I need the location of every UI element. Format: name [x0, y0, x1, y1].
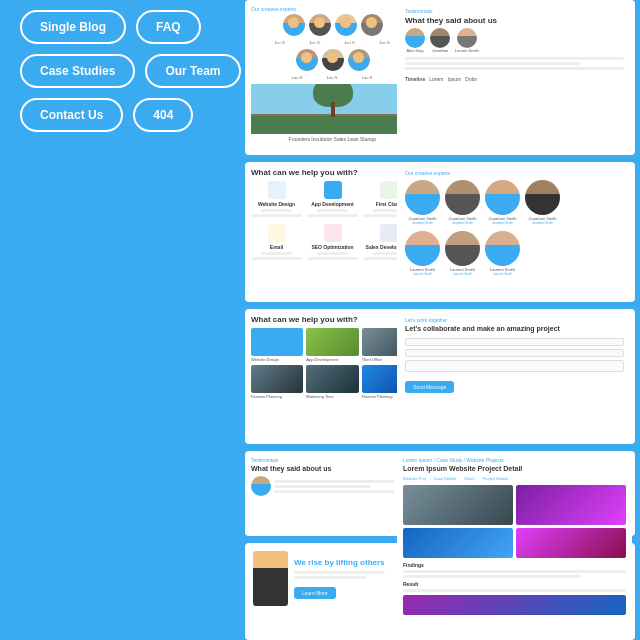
right-message-input[interactable]	[405, 360, 624, 372]
test-person-3: Lauren Smith	[455, 28, 479, 53]
right-testimonial-label: Testimonials	[405, 8, 624, 14]
service-desc-1	[261, 209, 292, 212]
service-email[interactable]: Email	[251, 224, 302, 262]
result-line-1	[403, 589, 626, 592]
nav-row-3: Contact Us 404	[20, 98, 225, 132]
svc-img-1-label: Website Design	[251, 357, 303, 362]
rteam-avatar-7	[485, 231, 520, 266]
project-img-2	[516, 485, 626, 525]
svc-img-2[interactable]: App Development	[306, 328, 358, 362]
member-name-7: Lau S.	[355, 75, 380, 80]
services-img-grid: Website Design App Development Third Off…	[251, 328, 414, 399]
nav-row-2: Case Studies Our Team	[20, 54, 225, 88]
rteam-avatar-4	[525, 180, 560, 215]
test-avatar-3	[457, 28, 477, 48]
test-text-2	[405, 62, 580, 65]
app-icon	[324, 181, 342, 199]
tree-trunk-shape	[331, 102, 335, 117]
rteam-role-6: Laurent Smith	[445, 272, 480, 276]
test-line-1	[274, 480, 395, 483]
svc-img-4[interactable]: Finance Planning	[251, 365, 303, 399]
right-collab-title: Let's collaborate and make an amazing pr…	[405, 325, 565, 332]
rteam-4: Jonathan Smith Jonathan Smith	[525, 180, 560, 225]
rteam-role-3: Jonathan Smith	[485, 221, 520, 225]
testimonial-2-content: ›	[251, 476, 414, 496]
right-card-testimonials: Testimonials What they said about us Ale…	[397, 0, 632, 155]
rteam-role-2: Jonathan Smith	[445, 221, 480, 225]
testimonial-2-label: Testimonials	[251, 457, 414, 463]
project-img-1	[403, 485, 513, 525]
test-avatar-2	[430, 28, 450, 48]
test-footer-label: Timeline	[405, 76, 425, 82]
field-1: Website Proj	[403, 476, 426, 481]
right-testimonial-avatars: Alex King Jonathan Lauren Smith	[405, 28, 624, 53]
service-desc-1b	[251, 214, 302, 217]
avatar-7	[348, 49, 370, 71]
project-detail-images	[403, 485, 626, 558]
rise-person-visual	[253, 551, 288, 606]
firstclass-icon	[380, 181, 398, 199]
team-avatars-row2	[251, 49, 414, 71]
right-card-collaborate: Let's work together Let's collaborate an…	[397, 309, 632, 444]
member-name-6: Lau S.	[320, 75, 345, 80]
card-testimonial-bottom: Testimonials What they said about us ›	[245, 451, 420, 536]
test-text-3	[405, 67, 624, 70]
nav-btn-single-blog[interactable]: Single Blog	[20, 10, 126, 44]
test-footer-items: Lorem Ipsum Dolor	[429, 76, 477, 82]
project-img-4	[516, 528, 626, 558]
test-text-1	[405, 57, 624, 60]
right-name-input[interactable]	[405, 338, 624, 346]
svc-img-1[interactable]: Website Design	[251, 328, 303, 362]
nav-btn-case-studies[interactable]: Case Studies	[20, 54, 135, 88]
service-desc-4b	[251, 257, 302, 260]
card-services-img: What can we help you with? Website Desig…	[245, 309, 420, 444]
nav-btn-404[interactable]: 404	[133, 98, 193, 132]
service-app[interactable]: App Development	[307, 181, 358, 219]
rise-person-img	[253, 551, 288, 606]
project-detail-fields: Website Proj Case Details Client Project…	[403, 476, 626, 481]
services-title-1: What can we help you with?	[251, 168, 414, 177]
rteam-2: Jonathan Smith Jonathan Smith	[445, 180, 480, 225]
card-team-experts-top: Our creative experts Jon S. Jon S. Jon S…	[245, 0, 420, 155]
svc-img-1-photo	[251, 328, 303, 356]
rise-learn-more[interactable]: Learn More	[294, 587, 336, 599]
project-detail-label: Lorem Ipsum / Case Study / Website Proje…	[403, 457, 626, 463]
service-desc-5	[317, 252, 348, 255]
card-rise: We rise by lifting others Learn More	[245, 543, 420, 640]
member-name-4: Jon S.	[373, 40, 398, 45]
sales-icon	[380, 224, 398, 242]
test-line-3	[274, 490, 395, 493]
right-collab-label: Let's work together	[405, 317, 624, 323]
right-email-input[interactable]	[405, 349, 624, 357]
rteam-role-7: Laurent Smith	[485, 272, 520, 276]
rteam-avatar-1	[405, 180, 440, 215]
rise-title: We rise by lifting others	[294, 558, 385, 568]
rteam-avatar-5	[405, 231, 440, 266]
team-name-row1: Jon S. Jon S. Jon S. Jon S.	[251, 38, 414, 45]
right-card-project-detail: Lorem Ipsum / Case Study / Website Proje…	[397, 451, 632, 640]
service-seo[interactable]: SEO Optimization	[307, 224, 358, 262]
svc-img-2-photo	[306, 328, 358, 356]
findings-label: Findings	[403, 562, 626, 568]
rteam-5: Laurent Smith Laurent Smith	[405, 231, 440, 276]
team-name-row2: Lau S. Lau S. Lau S.	[251, 73, 414, 80]
nav-btn-our-team[interactable]: Our Team	[145, 54, 240, 88]
field-3: Client	[464, 476, 474, 481]
member-name-3: Jon S.	[338, 40, 363, 45]
findings-line-1	[403, 570, 626, 573]
test-name-1: Alex King	[405, 48, 425, 53]
service-website[interactable]: Website Design	[251, 181, 302, 219]
nav-btn-contact-us[interactable]: Contact Us	[20, 98, 123, 132]
svc-img-5[interactable]: Marketing Time	[306, 365, 358, 399]
findings-line-2	[403, 575, 581, 578]
nav-btn-faq[interactable]: FAQ	[136, 10, 201, 44]
testimonial-2-title: What they said about us	[251, 465, 414, 472]
test-line-2	[274, 485, 371, 488]
rteam-6: Laurent Smith Laurent Smith	[445, 231, 480, 276]
svc-img-5-photo	[306, 365, 358, 393]
service-label-2: App Development	[307, 201, 358, 207]
nav-area: Single Blog FAQ Case Studies Our Team Co…	[0, 0, 245, 640]
member-name-5: Lau S.	[285, 75, 310, 80]
rteam-role-5: Laurent Smith	[405, 272, 440, 276]
right-submit-btn[interactable]: Send Message	[405, 381, 454, 393]
